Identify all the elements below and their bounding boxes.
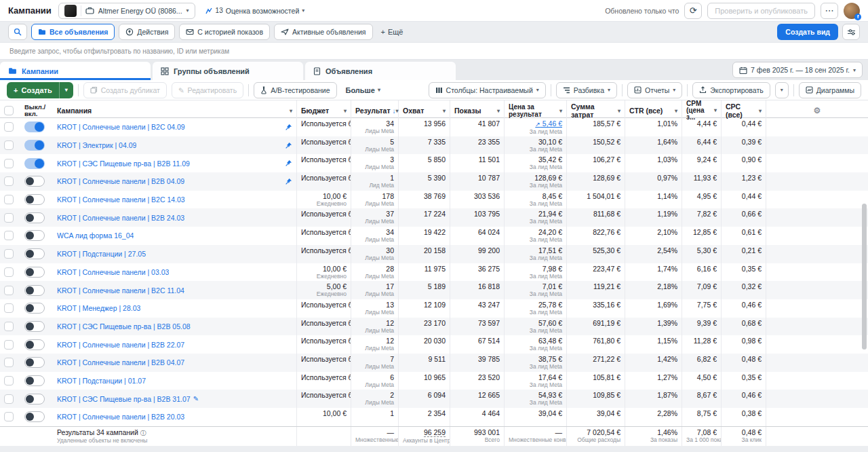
reports-button[interactable]: Отчеты ▾ [627, 82, 682, 98]
ab-test-button[interactable]: A/B-тестирование [254, 82, 336, 98]
tab-campaigns[interactable]: Кампании [0, 62, 151, 80]
search-input[interactable] [0, 48, 868, 55]
campaign-toggle[interactable] [24, 230, 45, 241]
campaign-name-link[interactable]: KROT | Солнечные панели | B2B 24.03 [57, 214, 184, 222]
campaign-toggle[interactable] [24, 321, 45, 332]
row-checkbox[interactable] [4, 176, 14, 186]
date-range-picker[interactable]: 7 фев 2025 г. — 18 сен 2025 г. ▾ [732, 62, 863, 78]
summary-reach[interactable]: 96 259 [424, 428, 446, 437]
export-dropdown[interactable]: ▾ [775, 82, 789, 98]
campaign-toggle[interactable] [24, 194, 45, 205]
row-checkbox[interactable] [4, 358, 14, 367]
user-avatar[interactable] [844, 3, 860, 19]
export-button[interactable]: Экспортировать [692, 82, 770, 98]
row-checkbox[interactable] [4, 159, 14, 168]
chevron-down-icon[interactable]: ▾ [290, 108, 292, 114]
campaign-toggle[interactable] [24, 248, 45, 259]
row-checkbox[interactable] [4, 376, 14, 385]
header-ctr[interactable]: CTR (все)▾ [625, 100, 682, 121]
select-all-checkbox[interactable] [4, 106, 14, 115]
more-button[interactable]: Больше ▾ [342, 86, 384, 94]
view-settings-button[interactable] [842, 24, 860, 40]
row-checkbox[interactable] [4, 195, 14, 204]
pencil-icon[interactable]: ✎ [193, 395, 199, 402]
campaign-name-link[interactable]: KROT | СЭС Пищевые пр-ва | B2B 11.09 [57, 159, 190, 168]
filter-actions[interactable]: Действия [119, 24, 175, 40]
row-checkbox[interactable] [4, 303, 14, 313]
row-checkbox[interactable] [4, 340, 14, 350]
campaign-name-link[interactable]: KROT | СЭС Пищевые пр-ва | B2B 31.07 [57, 395, 191, 403]
tab-ads[interactable]: Объявления [305, 62, 456, 80]
campaign-name-link[interactable]: KROT | Менеджер | 28.03 [57, 304, 140, 312]
filter-active-ads[interactable]: Активные объявления [274, 24, 372, 40]
filter-all-ads[interactable]: Все объявления [31, 24, 115, 40]
row-checkbox[interactable] [4, 213, 14, 223]
review-publish-button[interactable]: Проверить и опубликовать [707, 3, 815, 19]
vertical-scrollbar[interactable] [862, 204, 867, 350]
more-filters-button[interactable]: + Ещё [377, 28, 408, 36]
campaign-toggle[interactable] [24, 267, 45, 278]
campaign-toggle[interactable] [24, 357, 45, 368]
tab-adsets[interactable]: Группы объявлений [153, 62, 303, 80]
row-checkbox[interactable] [4, 231, 14, 240]
campaign-name-link[interactable]: KROT | Солнечные панели | B2B 20.03 [57, 413, 184, 421]
more-options-button[interactable]: ⋯ [821, 3, 838, 19]
row-checkbox[interactable] [4, 267, 14, 277]
edit-button[interactable]: ✎ Редактировать [172, 82, 243, 98]
campaign-name-link[interactable]: KROT | Солнечные панели | B2B 22.07 [57, 341, 184, 349]
campaign-toggle[interactable] [24, 121, 45, 132]
header-impressions[interactable]: Показы▾ [450, 100, 505, 121]
campaign-name-link[interactable]: WCA лид форма 16_04 [57, 231, 134, 240]
row-checkbox[interactable] [4, 249, 14, 259]
header-reach[interactable]: Охват▾ [399, 100, 450, 121]
campaign-name-link[interactable]: KROT | Солнечные панели | 03.03 [57, 268, 169, 276]
create-dropdown[interactable]: ▾ [59, 82, 73, 98]
campaign-name-link[interactable]: KROT | Электрик | 04.09 [57, 141, 136, 149]
row-checkbox[interactable] [4, 140, 14, 150]
columns-icon [435, 87, 443, 94]
campaign-toggle[interactable] [24, 158, 45, 169]
header-cpm[interactable]: CPM (цена з...▾ [682, 100, 722, 121]
campaign-toggle[interactable] [24, 176, 45, 187]
opportunity-score[interactable]: 13 Оценка возможностей ▾ [205, 7, 305, 15]
row-checkbox[interactable] [4, 286, 14, 295]
breakdown-button[interactable]: Разбивка ▾ [556, 82, 617, 98]
columns-button[interactable]: Столбцы: Настраиваемый ▾ [429, 82, 546, 98]
header-budget[interactable]: Бюджет▾ [297, 100, 351, 121]
create-view-button[interactable]: Создать вид [777, 24, 838, 40]
account-selector[interactable]: Altmer Energy OÜ (8086... ▾ [58, 3, 195, 19]
campaign-toggle[interactable] [24, 411, 45, 422]
create-button[interactable]: +Создать ▾ [7, 82, 73, 98]
header-result[interactable]: Результат↓▾ [351, 100, 399, 121]
campaign-toggle[interactable] [24, 394, 45, 404]
campaign-name-link[interactable]: KROT | Солнечные панели | B2C 14.03 [57, 195, 185, 204]
campaign-name-link[interactable]: KROT | Солнечные панели | B2C 04.09 [57, 123, 185, 131]
refresh-button[interactable]: ⟳ [684, 3, 702, 19]
search-button[interactable] [8, 24, 27, 40]
header-cost-per-result[interactable]: Цена за результат▾ [505, 100, 567, 121]
campaign-name-link[interactable]: KROT | Подстанции | 01.07 [57, 377, 146, 385]
row-checkbox[interactable] [4, 322, 14, 331]
filter-history[interactable]: С историей показов [179, 24, 270, 40]
charts-button[interactable]: Диаграммы [799, 82, 861, 98]
header-campaign[interactable]: Кампания▾ [53, 100, 297, 121]
row-checkbox[interactable] [4, 394, 14, 404]
header-cpc[interactable]: CPC (все)▾ [722, 100, 766, 121]
campaign-name-link[interactable]: KROT | Солнечные панели | B2B 04.07 [57, 358, 184, 366]
campaign-name-link[interactable]: KROT | Подстанции | 27.05 [57, 250, 146, 258]
campaign-toggle[interactable] [24, 212, 45, 223]
header-spent[interactable]: Сумма затрат▾ [567, 100, 625, 121]
campaign-name-link[interactable]: KROT | СЭС Пищевые пр-ва | B2B 05.08 [57, 322, 191, 331]
info-icon[interactable]: ⓘ [140, 430, 146, 436]
gear-icon[interactable]: ⚙ [814, 106, 821, 115]
row-checkbox[interactable] [4, 412, 14, 421]
campaign-name-link[interactable]: KROT | Солнечные панели | B2B 04.09 [57, 177, 184, 185]
campaign-toggle[interactable] [24, 140, 45, 151]
campaign-toggle[interactable] [24, 375, 45, 386]
campaign-toggle[interactable] [24, 303, 45, 314]
row-checkbox[interactable] [4, 122, 14, 132]
campaign-toggle[interactable] [24, 339, 45, 350]
duplicate-button[interactable]: Создать дубликат [83, 82, 167, 98]
campaign-name-link[interactable]: KROT | Солнечные панели | B2C 11.04 [57, 286, 184, 295]
campaign-toggle[interactable] [24, 285, 45, 296]
